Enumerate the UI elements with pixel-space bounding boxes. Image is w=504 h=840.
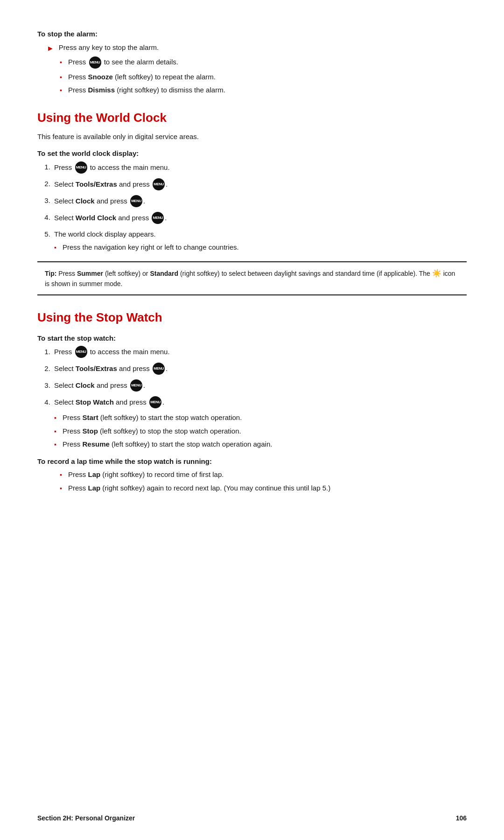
sw-sub3: Press Resume (left softkey) to start the… — [54, 439, 467, 450]
footer: Section 2H: Personal Organizer 106 — [37, 799, 467, 823]
world-clock-steps: Press MENUOK to access the main menu. Se… — [52, 162, 467, 253]
menu-ok-btn-wc3: MENUOK — [130, 195, 142, 207]
stop-watch-step2: Select Tools/Extras and press MENUOK. — [52, 363, 467, 375]
tip-box: Tip: Press Summer (left softkey) or Stan… — [37, 261, 467, 295]
world-clock-set-label: To set the world clock display: — [37, 148, 467, 159]
world-clock-step1: Press MENUOK to access the main menu. — [52, 162, 467, 174]
stop-watch-step4: Select Stop Watch and press MENUOK. Pres… — [52, 397, 467, 450]
stop-watch-step3: Select Clock and press MENUOK. — [52, 380, 467, 392]
alarm-section: To stop the alarm: ► Press any key to st… — [37, 29, 467, 96]
sw-sub2: Press Stop (left softkey) to stop the st… — [54, 426, 467, 437]
world-clock-section: Using the World Clock This feature is av… — [37, 109, 467, 295]
tip-label: Tip: — [45, 270, 56, 277]
menu-ok-btn-sw1: MENUOK — [75, 346, 87, 358]
sun-icon: ☀️ — [432, 269, 441, 277]
lap-sub2: Press Lap (right softkey) again to recor… — [60, 483, 467, 494]
stop-watch-section: Using the Stop Watch To start the stop w… — [37, 308, 467, 494]
world-clock-nav-text: Press the navigation key right or left t… — [63, 243, 239, 251]
alarm-sub2: Press Snooze (left softkey) to repeat th… — [60, 72, 467, 83]
world-clock-heading: Using the World Clock — [37, 109, 467, 127]
world-clock-step4: Select World Clock and press MENUOK. — [52, 212, 467, 224]
menu-ok-btn-sw2: MENUOK — [153, 363, 165, 375]
stop-watch-step1: Press MENUOK to access the main menu. — [52, 346, 467, 358]
stop-watch-start-label: To start the stop watch: — [37, 333, 467, 344]
alarm-step1: ► Press any key to stop the alarm. — [47, 42, 467, 54]
stop-alarm-label: To stop the alarm: — [37, 29, 467, 40]
world-clock-step5: The world clock display appears. Press t… — [52, 229, 467, 253]
lap-sub1: Press Lap (right softkey) to record time… — [60, 469, 467, 480]
world-clock-step3: Select Clock and press MENUOK. — [52, 196, 467, 208]
alarm-sub1: Press MENUOK to see the alarm details. — [60, 57, 467, 69]
world-clock-intro: This feature is available only in digita… — [37, 132, 467, 142]
alarm-sub1-text: Press MENUOK to see the alarm details. — [68, 58, 178, 66]
menu-ok-btn-1: MENUOK — [89, 56, 101, 69]
arrow-icon: ► — [47, 43, 54, 54]
lap-subs: Press Lap (right softkey) to record time… — [60, 469, 467, 493]
menu-ok-btn-wc4: MENUOK — [152, 212, 164, 224]
sw-sub1: Press Start (left softkey) to start the … — [54, 413, 467, 423]
stop-watch-steps: Press MENUOK to access the main menu. Se… — [52, 346, 467, 450]
footer-left: Section 2H: Personal Organizer — [37, 813, 135, 823]
menu-ok-btn-sw3: MENUOK — [130, 379, 142, 392]
menu-ok-btn-wc2: MENUOK — [153, 178, 165, 190]
menu-ok-btn-wc1: MENUOK — [75, 161, 87, 174]
menu-ok-btn-sw4: MENUOK — [149, 396, 161, 408]
tip-text: Press Summer (left softkey) or Standard … — [45, 270, 455, 287]
alarm-sub2-text: Press Snooze (left softkey) to repeat th… — [68, 73, 216, 81]
stop-watch-heading: Using the Stop Watch — [37, 308, 467, 327]
world-clock-step5-sub1: Press the navigation key right or left t… — [54, 242, 467, 253]
alarm-step1-text: Press any key to stop the alarm. — [59, 42, 159, 53]
footer-right: 106 — [456, 813, 467, 823]
alarm-substeps: Press MENUOK to see the alarm details. P… — [60, 57, 467, 96]
world-clock-step5-subs: Press the navigation key right or left t… — [54, 242, 467, 253]
world-clock-step2: Select Tools/Extras and press MENUOK. — [52, 179, 467, 191]
stop-watch-step4-subs: Press Start (left softkey) to start the … — [54, 413, 467, 450]
lap-label: To record a lap time while the stop watc… — [37, 456, 467, 467]
alarm-sub3-text: Press Dismiss (right softkey) to dismiss… — [68, 86, 225, 94]
alarm-sub3: Press Dismiss (right softkey) to dismiss… — [60, 85, 467, 96]
